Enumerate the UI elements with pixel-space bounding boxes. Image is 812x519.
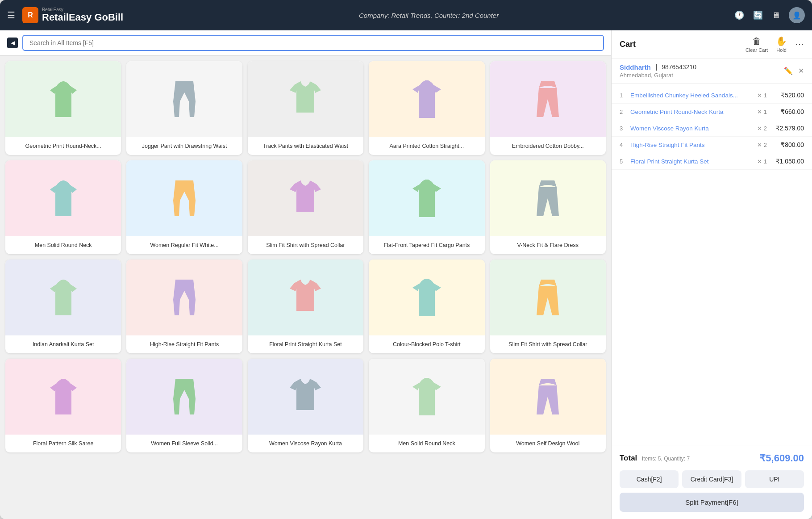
clear-cart-label: Clear Cart: [745, 47, 768, 53]
product-card[interactable]: Men Solid Round Neck: [5, 160, 121, 254]
cart-item[interactable]: 2 Geometric Print Round-Neck Kurta ✕ 1 ₹…: [612, 104, 812, 120]
customer-info: Siddharth | 9876543210 Ahmedabad, Gujara…: [620, 63, 696, 79]
topbar-actions: 🕐 🔄 🖥 👤: [734, 7, 805, 23]
cart-panel: Cart 🗑 Clear Cart ✋ Hold ⋯ Siddh: [611, 30, 812, 519]
hold-button[interactable]: ✋ Hold: [776, 36, 787, 53]
product-card[interactable]: Geometric Print Round-Neck...: [5, 61, 121, 155]
cart-item-qty: ✕ 1: [757, 92, 767, 99]
cart-more-icon[interactable]: ⋯: [795, 39, 804, 50]
cart-item-price: ₹660.00: [770, 108, 804, 115]
clear-cart-icon: 🗑: [752, 36, 761, 46]
cart-item[interactable]: 5 Floral Print Straight Kurta Set ✕ 1 ₹1…: [612, 153, 812, 170]
split-payment-button[interactable]: Split Payment[F6]: [620, 493, 804, 512]
user-avatar[interactable]: 👤: [789, 7, 805, 23]
cart-item-name[interactable]: Women Viscose Rayon Kurta: [630, 125, 754, 132]
product-panel: ◀ Geometric Print Round-Neck...Jogger Pa…: [0, 30, 611, 519]
product-name: Flat-Front Tapered Fit Cargo Pants: [369, 236, 484, 254]
product-image: [248, 61, 363, 137]
cart-item-number: 5: [620, 158, 627, 165]
cart-item-name[interactable]: Floral Print Straight Kurta Set: [630, 158, 754, 165]
product-image: [5, 359, 121, 435]
product-card[interactable]: V-Neck Fit & Flare Dress: [490, 160, 606, 254]
cart-item-name[interactable]: Embellished Chunkey Heeled Sandals...: [630, 92, 754, 99]
refresh-icon[interactable]: 🔄: [753, 10, 763, 20]
product-name: Jogger Pant with Drawstring Waist: [126, 137, 242, 155]
cart-item-name[interactable]: Geometric Print Round-Neck Kurta: [630, 109, 754, 115]
cart-title: Cart: [620, 40, 636, 49]
product-name: Men Solid Round Neck: [369, 435, 484, 452]
clear-cart-button[interactable]: 🗑 Clear Cart: [745, 36, 768, 53]
edit-customer-icon[interactable]: ✏️: [784, 67, 793, 75]
topbar: ☰ R RetailEasy RetailEasy GoBill Company…: [0, 0, 812, 30]
product-card[interactable]: High-Rise Straight Fit Pants: [126, 260, 242, 353]
logo-text: RetailEasy RetailEasy GoBill: [42, 7, 123, 23]
customer-name-row: Siddharth | 9876543210: [620, 63, 696, 71]
total-amount: ₹5,609.00: [759, 452, 804, 464]
product-name: Track Pants with Elasticated Waist: [248, 137, 363, 155]
cart-item-qty: ✕ 2: [757, 142, 767, 148]
cart-item-number: 4: [620, 142, 627, 148]
cart-item-number: 3: [620, 125, 627, 132]
product-image: [369, 260, 484, 335]
product-card[interactable]: Floral Pattern Silk Saree: [5, 359, 121, 452]
product-card[interactable]: Women Viscose Rayon Kurta: [248, 359, 363, 452]
product-card[interactable]: Women Self Design Wool: [490, 359, 606, 452]
product-image: [369, 61, 484, 137]
cart-items: 1 Embellished Chunkey Heeled Sandals... …: [612, 84, 812, 445]
product-card[interactable]: Track Pants with Elasticated Waist: [248, 61, 363, 155]
product-card[interactable]: Colour-Blocked Polo T-shirt: [369, 260, 484, 353]
product-card[interactable]: Men Solid Round Neck: [369, 359, 484, 452]
customer-phone: 9876543210: [662, 63, 696, 71]
hold-label: Hold: [776, 47, 787, 53]
product-card[interactable]: Slim Fit Shirt with Spread Collar: [248, 160, 363, 254]
product-card[interactable]: Floral Print Straight Kurta Set: [248, 260, 363, 353]
product-image: [5, 61, 121, 137]
cart-item-price: ₹2,579.00: [770, 125, 804, 132]
display-icon[interactable]: 🖥: [772, 11, 780, 20]
menu-icon[interactable]: ☰: [7, 10, 15, 21]
product-name: Slim Fit Shirt with Spread Collar: [248, 236, 363, 254]
product-name: Indian Anarkali Kurta Set: [5, 335, 121, 353]
product-name: Women Viscose Rayon Kurta: [248, 435, 363, 452]
cash-button[interactable]: Cash[F2]: [620, 470, 679, 488]
close-customer-icon[interactable]: ✕: [798, 67, 804, 75]
cart-header: Cart 🗑 Clear Cart ✋ Hold ⋯: [612, 30, 812, 59]
cart-item-qty: ✕ 1: [757, 109, 767, 115]
total-label: Total: [620, 454, 637, 462]
product-card[interactable]: Women Regular Fit White...: [126, 160, 242, 254]
product-name: Women Full Sleeve Solid...: [126, 435, 242, 452]
product-image: [490, 260, 606, 335]
search-input[interactable]: [22, 35, 604, 51]
product-card[interactable]: Slim Fit Shirt with Spread Collar: [490, 260, 606, 353]
clock-icon[interactable]: 🕐: [734, 10, 744, 20]
product-image: [126, 359, 242, 435]
product-image: [248, 160, 363, 236]
customer-name[interactable]: Siddharth: [620, 63, 651, 71]
cart-item-name[interactable]: High-Rise Straight Fit Pants: [630, 142, 754, 148]
payment-buttons: Cash[F2] Credit Card[F3] UPI: [620, 470, 804, 488]
product-image: [248, 260, 363, 335]
product-image: [5, 260, 121, 335]
cart-item[interactable]: 4 High-Rise Straight Fit Pants ✕ 2 ₹800.…: [612, 137, 812, 153]
cart-item[interactable]: 1 Embellished Chunkey Heeled Sandals... …: [612, 87, 812, 104]
company-info: Company: Retail Trends, Counter: 2nd Cou…: [130, 12, 727, 19]
search-bar: ◀: [0, 30, 611, 56]
product-name: V-Neck Fit & Flare Dress: [490, 236, 606, 254]
product-image: [5, 160, 121, 236]
product-card[interactable]: Indian Anarkali Kurta Set: [5, 260, 121, 353]
product-image: [369, 160, 484, 236]
cart-item[interactable]: 3 Women Viscose Rayon Kurta ✕ 2 ₹2,579.0…: [612, 120, 812, 137]
search-toggle[interactable]: ◀: [7, 38, 18, 48]
product-card[interactable]: Women Full Sleeve Solid...: [126, 359, 242, 452]
product-card[interactable]: Jogger Pant with Drawstring Waist: [126, 61, 242, 155]
product-card[interactable]: Embroidered Cotton Dobby...: [490, 61, 606, 155]
credit-card-button[interactable]: Credit Card[F3]: [682, 470, 741, 488]
cart-item-price: ₹520.00: [770, 92, 804, 99]
product-card[interactable]: Flat-Front Tapered Fit Cargo Pants: [369, 160, 484, 254]
product-card[interactable]: Aara Printed Cotton Straight...: [369, 61, 484, 155]
product-grid: Geometric Print Round-Neck...Jogger Pant…: [0, 56, 611, 519]
customer-divider: |: [655, 63, 657, 71]
product-name: Colour-Blocked Polo T-shirt: [369, 335, 484, 353]
cart-item-qty: ✕ 1: [757, 158, 767, 165]
upi-button[interactable]: UPI: [745, 470, 804, 488]
